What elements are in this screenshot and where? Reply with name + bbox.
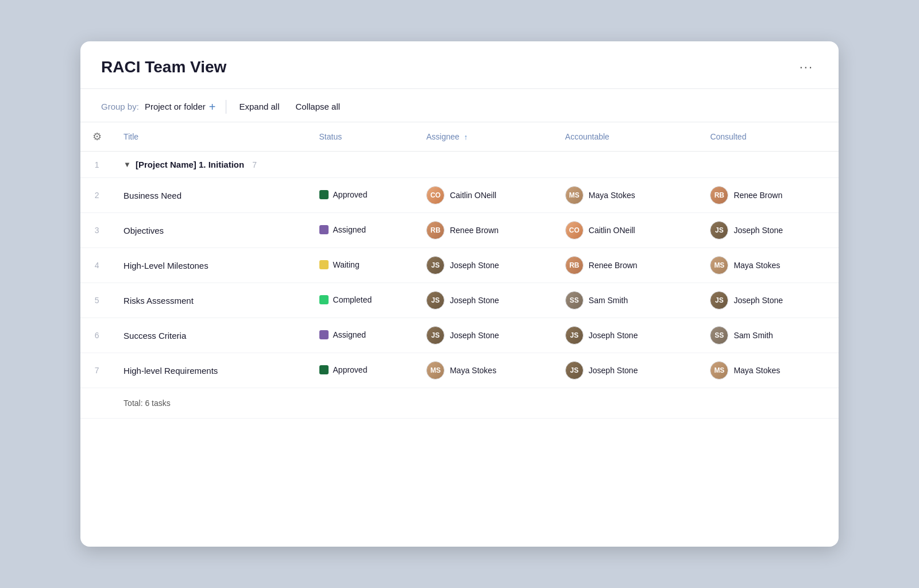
total-row-num bbox=[80, 388, 113, 419]
main-card: RACI Team View ··· Group by: Project or … bbox=[80, 41, 839, 547]
row-accountable[interactable]: JS Joseph Stone bbox=[555, 353, 700, 388]
assignee-header[interactable]: Assignee ↑ bbox=[416, 122, 555, 152]
row-consulted[interactable]: MS Maya Stokes bbox=[700, 353, 839, 388]
row-title[interactable]: Business Need bbox=[113, 178, 308, 213]
avatar: JS bbox=[565, 361, 584, 380]
row-number: 7 bbox=[80, 353, 113, 388]
status-dot bbox=[319, 190, 329, 199]
row-accountable[interactable]: CO Caitlin ONeill bbox=[555, 213, 700, 248]
accountable-name: Renee Brown bbox=[589, 261, 638, 270]
row-number: 6 bbox=[80, 318, 113, 353]
row-status[interactable]: Approved bbox=[309, 178, 416, 213]
group-row: 1 ▼ [Project Name] 1. Initiation 7 bbox=[80, 152, 839, 178]
row-assignee[interactable]: RB Renee Brown bbox=[416, 213, 555, 248]
row-assignee[interactable]: CO Caitlin ONeill bbox=[416, 178, 555, 213]
row-consulted[interactable]: SS Sam Smith bbox=[700, 318, 839, 353]
add-group-button[interactable]: + bbox=[209, 101, 216, 113]
row-assignee[interactable]: JS Joseph Stone bbox=[416, 318, 555, 353]
row-title[interactable]: High-level Requirements bbox=[113, 353, 308, 388]
avatar: CO bbox=[426, 186, 445, 204]
row-status[interactable]: Completed bbox=[309, 283, 416, 318]
status-dot bbox=[319, 295, 329, 304]
row-accountable[interactable]: MS Maya Stokes bbox=[555, 178, 700, 213]
row-status[interactable]: Assigned bbox=[309, 213, 416, 248]
table-row: 7 High-level Requirements Approved MS Ma… bbox=[80, 353, 839, 388]
row-assignee[interactable]: MS Maya Stokes bbox=[416, 353, 555, 388]
status-label: Assigned bbox=[333, 225, 366, 234]
assignee-name: Joseph Stone bbox=[450, 331, 499, 340]
more-options-button[interactable]: ··· bbox=[795, 57, 818, 77]
row-accountable[interactable]: SS Sam Smith bbox=[555, 283, 700, 318]
avatar: MS bbox=[565, 186, 584, 204]
row-title[interactable]: Risks Assessment bbox=[113, 283, 308, 318]
settings-icon[interactable]: ⚙ bbox=[92, 131, 102, 142]
table-row: 5 Risks Assessment Completed JS Joseph S… bbox=[80, 283, 839, 318]
row-status[interactable]: Assigned bbox=[309, 318, 416, 353]
row-status[interactable]: Waiting bbox=[309, 248, 416, 283]
consulted-name: Joseph Stone bbox=[733, 226, 783, 235]
group-row-label[interactable]: ▼ [Project Name] 1. Initiation 7 bbox=[113, 152, 839, 178]
table-container: ⚙ Title Status Assignee ↑ Accountable bbox=[80, 122, 839, 547]
row-number: 3 bbox=[80, 213, 113, 248]
row-title[interactable]: Success Criteria bbox=[113, 318, 308, 353]
table-row: 2 Business Need Approved CO Caitlin ONei… bbox=[80, 178, 839, 213]
row-consulted[interactable]: RB Renee Brown bbox=[700, 178, 839, 213]
table-row: 6 Success Criteria Assigned JS Joseph St… bbox=[80, 318, 839, 353]
consulted-name: Maya Stokes bbox=[733, 261, 780, 270]
avatar: RB bbox=[426, 221, 445, 239]
page-title: RACI Team View bbox=[101, 58, 226, 76]
accountable-name: Maya Stokes bbox=[589, 191, 635, 200]
assignee-name: Caitlin ONeill bbox=[450, 191, 496, 200]
row-assignee[interactable]: JS Joseph Stone bbox=[416, 283, 555, 318]
row-number: 5 bbox=[80, 283, 113, 318]
status-label: Approved bbox=[333, 190, 368, 199]
row-accountable[interactable]: JS Joseph Stone bbox=[555, 318, 700, 353]
row-title[interactable]: Objectives bbox=[113, 213, 308, 248]
avatar: RB bbox=[565, 256, 584, 274]
row-accountable[interactable]: RB Renee Brown bbox=[555, 248, 700, 283]
row-consulted[interactable]: JS Joseph Stone bbox=[700, 283, 839, 318]
toolbar-divider bbox=[226, 100, 226, 114]
avatar: JS bbox=[426, 291, 445, 310]
table-row: 4 High-Level Milestones Waiting JS Josep… bbox=[80, 248, 839, 283]
accountable-name: Caitlin ONeill bbox=[589, 226, 635, 235]
status-label: Waiting bbox=[333, 260, 360, 269]
status-label: Approved bbox=[333, 365, 368, 374]
status-header[interactable]: Status bbox=[309, 122, 416, 152]
accountable-header[interactable]: Accountable bbox=[555, 122, 700, 152]
group-row-num: 1 bbox=[80, 152, 113, 178]
settings-header: ⚙ bbox=[80, 122, 113, 152]
avatar: MS bbox=[710, 361, 728, 380]
toolbar: Group by: Project or folder + Expand all… bbox=[80, 89, 839, 122]
sort-icon: ↑ bbox=[464, 133, 468, 141]
row-consulted[interactable]: JS Joseph Stone bbox=[700, 213, 839, 248]
row-status[interactable]: Approved bbox=[309, 353, 416, 388]
consulted-header[interactable]: Consulted bbox=[700, 122, 839, 152]
status-label: Assigned bbox=[333, 330, 366, 339]
total-label: Total: 6 tasks bbox=[113, 388, 839, 419]
consulted-name: Renee Brown bbox=[733, 191, 782, 200]
chevron-icon: ▼ bbox=[123, 160, 131, 169]
assignee-name: Joseph Stone bbox=[450, 261, 499, 270]
avatar: CO bbox=[565, 221, 584, 239]
title-header[interactable]: Title bbox=[113, 122, 308, 152]
row-consulted[interactable]: MS Maya Stokes bbox=[700, 248, 839, 283]
avatar: SS bbox=[565, 291, 584, 310]
status-dot bbox=[319, 260, 329, 269]
row-number: 4 bbox=[80, 248, 113, 283]
accountable-name: Joseph Stone bbox=[589, 331, 638, 340]
total-row: Total: 6 tasks bbox=[80, 388, 839, 419]
accountable-name: Joseph Stone bbox=[589, 366, 638, 375]
row-assignee[interactable]: JS Joseph Stone bbox=[416, 248, 555, 283]
collapse-all-button[interactable]: Collapse all bbox=[296, 99, 341, 114]
assignee-name: Renee Brown bbox=[450, 226, 499, 235]
status-dot bbox=[319, 365, 329, 374]
accountable-name: Sam Smith bbox=[589, 296, 628, 305]
expand-all-button[interactable]: Expand all bbox=[239, 99, 279, 114]
assignee-name: Maya Stokes bbox=[450, 366, 496, 375]
avatar: RB bbox=[710, 186, 728, 204]
avatar: SS bbox=[710, 326, 728, 345]
avatar: JS bbox=[565, 326, 584, 345]
raci-table: ⚙ Title Status Assignee ↑ Accountable bbox=[80, 122, 839, 419]
row-title[interactable]: High-Level Milestones bbox=[113, 248, 308, 283]
